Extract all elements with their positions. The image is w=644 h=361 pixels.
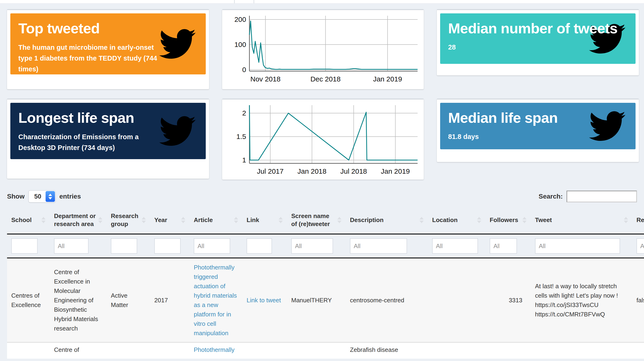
filter-loc-input[interactable] xyxy=(432,238,478,254)
cell-school: Centres of Excellence xyxy=(7,258,50,343)
filter-screen-input[interactable] xyxy=(291,238,333,254)
cards-grid: Top tweeted The human gut microbiome in … xyxy=(7,9,641,180)
median-life-span-card: Median life span 81.8 days xyxy=(437,99,639,162)
col-header-label: Research group xyxy=(111,212,140,228)
show-label: Show xyxy=(7,193,25,200)
col-header-label: Year xyxy=(154,216,167,224)
cell-followers xyxy=(486,343,531,359)
tweets-over-time-chart: 0100200Nov 2018Dec 2018Jan 2019 xyxy=(224,13,421,85)
filter-cell-article xyxy=(190,234,242,258)
sort-arrows-icon xyxy=(41,217,46,223)
table-controls: Show 50 entries Search: xyxy=(7,190,637,203)
filter-cell-school xyxy=(7,234,50,258)
median-tweets-value-box: Median number of tweets 28 xyxy=(440,13,636,64)
col-header-label: Followers xyxy=(490,216,518,224)
filter-group-input[interactable] xyxy=(111,238,137,254)
top-tweeted-subtitle: The human gut microbiome in early-onset … xyxy=(18,42,198,74)
col-header-dept[interactable]: Department or research area xyxy=(50,206,107,234)
life-span-chart: 11.52Jul 2017Jan 2018Jul 2018Jan 2019 xyxy=(224,102,421,177)
sort-arrows-icon xyxy=(181,217,185,223)
col-header-label: Description xyxy=(350,216,384,224)
cell-screen xyxy=(287,343,346,359)
cell-retweet: false xyxy=(632,258,644,343)
col-header-article[interactable]: Article xyxy=(190,206,242,234)
svg-text:Jan 2018: Jan 2018 xyxy=(298,167,326,175)
sort-arrows-icon xyxy=(234,217,238,223)
filter-cell-tweet xyxy=(531,234,632,258)
col-header-label: Tweet xyxy=(535,216,552,224)
svg-text:2: 2 xyxy=(242,109,246,117)
svg-text:Dec 2018: Dec 2018 xyxy=(310,75,340,83)
filter-article-input[interactable] xyxy=(194,238,230,254)
filter-clip-mask xyxy=(500,239,516,253)
svg-text:Jul 2017: Jul 2017 xyxy=(257,167,284,175)
filter-tweet-input[interactable] xyxy=(535,238,620,254)
col-header-link[interactable]: Link xyxy=(242,206,287,234)
filter-year-input[interactable] xyxy=(154,238,180,254)
filter-dept-input[interactable] xyxy=(54,238,88,254)
cell-retweet xyxy=(632,343,644,359)
article-link[interactable]: Photothermally xyxy=(194,346,234,353)
cell-article: Photothermally triggered actuation of hy… xyxy=(190,258,242,343)
filter-cell-followers xyxy=(486,234,531,258)
tweets-table: SchoolDepartment or research areaResearc… xyxy=(7,206,644,359)
col-header-followers[interactable]: Followers xyxy=(486,206,531,234)
col-header-year[interactable]: Year xyxy=(150,206,190,234)
sort-arrows-icon xyxy=(477,217,481,223)
sort-arrows-icon xyxy=(98,217,102,223)
table-row: Centres of ExcellenceCentre of Excellenc… xyxy=(7,258,644,343)
cell-link: Link to tweet xyxy=(242,258,287,343)
link-link[interactable]: Link to tweet xyxy=(246,297,281,304)
svg-text:200: 200 xyxy=(234,15,246,23)
cell-loc xyxy=(428,343,486,359)
tab-divider xyxy=(234,0,235,3)
svg-text:Jan 2019: Jan 2019 xyxy=(381,167,410,175)
cell-tweet xyxy=(531,343,632,359)
svg-text:1.5: 1.5 xyxy=(236,133,246,140)
cell-dept: Centre of xyxy=(50,343,107,359)
page-length-control: Show 50 entries xyxy=(7,190,81,203)
col-header-label: Screen name of (re)tweeter xyxy=(291,212,336,228)
col-header-desc[interactable]: Description xyxy=(346,206,428,234)
col-header-tweet[interactable]: Tweet xyxy=(531,206,632,234)
sort-arrows-icon xyxy=(522,217,526,223)
svg-text:Jul 2018: Jul 2018 xyxy=(340,167,367,175)
col-header-group[interactable]: Research group xyxy=(107,206,150,234)
median-life-span-value: 81.8 days xyxy=(448,133,628,141)
col-header-school[interactable]: School xyxy=(7,206,50,234)
cell-year xyxy=(150,343,190,359)
cell-year: 2017 xyxy=(150,258,190,343)
longest-life-span-subtitle: Characterization of Emissions from a Des… xyxy=(18,131,198,153)
cell-school xyxy=(7,343,50,359)
top-tab-strip xyxy=(0,0,644,3)
cell-group xyxy=(107,343,150,359)
svg-text:0: 0 xyxy=(242,66,246,73)
select-stepper-icon[interactable] xyxy=(46,191,55,202)
svg-text:1: 1 xyxy=(242,156,246,164)
article-link[interactable]: Photothermally triggered actuation of hy… xyxy=(194,264,237,337)
search-control: Search: xyxy=(538,191,637,202)
col-header-label: School xyxy=(11,216,32,224)
cell-dept: Centre of Excellence in Molecular Engine… xyxy=(50,258,107,343)
median-tweets-title: Median number of tweets xyxy=(448,20,628,36)
col-header-label: Location xyxy=(432,216,458,224)
entries-label: entries xyxy=(60,193,81,200)
search-input[interactable] xyxy=(566,191,637,202)
col-header-screen[interactable]: Screen name of (re)tweeter xyxy=(287,206,346,234)
filter-link-input[interactable] xyxy=(246,238,272,254)
sort-arrows-icon xyxy=(142,217,146,223)
filter-school-input[interactable] xyxy=(11,238,38,254)
filter-cell-desc xyxy=(346,234,428,258)
col-header-label: Article xyxy=(194,216,213,224)
search-label: Search: xyxy=(538,193,563,200)
chevron-down-icon xyxy=(48,197,52,200)
filter-retweet-input[interactable] xyxy=(636,238,644,254)
col-header-loc[interactable]: Location xyxy=(428,206,486,234)
longest-life-span-card: Longest life span Characterization of Em… xyxy=(7,99,209,179)
page-length-select[interactable]: 50 xyxy=(28,190,56,203)
cell-loc xyxy=(428,258,486,343)
sort-arrows-icon xyxy=(278,217,283,223)
life-span-chart-card: 11.52Jul 2017Jan 2018Jul 2018Jan 2019 xyxy=(222,99,424,180)
filter-desc-input[interactable] xyxy=(350,238,407,254)
col-header-retweet[interactable]: Re xyxy=(632,206,644,234)
